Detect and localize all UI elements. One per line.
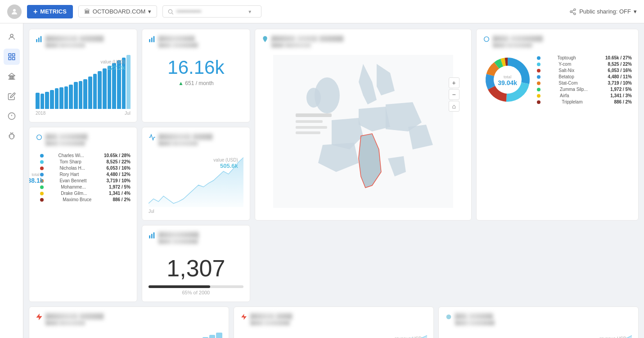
legend-dot <box>537 56 540 60</box>
area-chart-midleft: value (USD) 505.6k <box>149 153 243 207</box>
public-sharing-label: Public sharing: OFF <box>579 8 631 15</box>
svg-rect-12 <box>12 58 14 60</box>
metrics-label: METRICS <box>40 8 67 15</box>
revenue-mid-label: revenue USD <box>395 336 422 338</box>
search-input[interactable] <box>176 8 248 15</box>
chart-x-labels: 2018 Jul <box>36 111 131 116</box>
sidebar-item-bug[interactable] <box>4 128 20 144</box>
sidebar-item-info[interactable] <box>4 108 20 124</box>
donut-top-section: total 39.04k Toptough 10.65k / 27% Y-com… <box>483 55 632 106</box>
donut-top-total-value: 39.04k <box>498 79 517 86</box>
sidebar-item-user[interactable] <box>4 29 20 45</box>
svg-rect-19 <box>11 76 12 80</box>
legend-dot <box>537 63 540 66</box>
svg-rect-28 <box>38 38 40 42</box>
legend-value: 6,053 / 16% <box>105 166 131 171</box>
svg-point-5 <box>574 13 576 14</box>
card-top-mid: █████████ ████ ████████ 16.16k ▲ 651 / m… <box>142 29 250 122</box>
public-sharing-toggle[interactable]: Public sharing: OFF ▾ <box>569 8 637 15</box>
svg-rect-30 <box>149 39 150 42</box>
legend-item: Nicholas H... 6,053 / 16% <box>40 166 131 171</box>
bot-right-title: ███ ██████ <box>455 313 495 320</box>
legend-name: Zumma Silp... <box>560 87 591 92</box>
legend-name: Maximo Bruce <box>63 197 94 202</box>
topleft-big-value: 127.2k <box>100 64 125 71</box>
donut-bot-total-value: 38.1k <box>29 177 44 184</box>
svg-rect-10 <box>12 54 14 56</box>
svg-rect-38 <box>296 120 323 123</box>
svg-rect-44 <box>151 234 153 239</box>
svg-point-36 <box>306 88 321 108</box>
map-card-header: ██████ █████ ██████ ████ ████████ <box>261 36 465 51</box>
revenue-right-label: revenue USD <box>599 336 626 338</box>
legend-item: Rory Hart 4,480 / 12% <box>40 172 131 177</box>
bot-right-icon <box>445 313 452 320</box>
legend-item: Y-com 8,525 / 22% <box>537 62 632 67</box>
card-bot-mid: ██████ ████ ████ ████████ revenue USD 1,… <box>234 306 434 338</box>
mid-center-header: ██████████ ████ ████████ <box>149 232 243 248</box>
search-icon <box>167 9 174 15</box>
legend-name: Tripplelam <box>562 99 593 104</box>
legend-dot <box>537 94 540 98</box>
legend-value: 4,480 / 12% <box>105 172 131 177</box>
legend-name: Evan Bennett <box>59 178 91 183</box>
svg-rect-40 <box>296 131 320 134</box>
value-usd-label: value (USD) <box>100 59 125 64</box>
svg-rect-31 <box>151 38 153 42</box>
bot-left-subtitle: ████ ████████ <box>45 320 104 325</box>
svg-rect-32 <box>153 36 155 42</box>
chevron-down-icon: ▾ <box>148 8 151 15</box>
sidebar-item-edit[interactable] <box>4 88 20 104</box>
topnav: + METRICS 🏛 OCTOBOARD.COM ▾ ▾ Public sha… <box>0 0 644 23</box>
sidebar-item-bank[interactable] <box>4 68 20 85</box>
donut-bot-total-label: total <box>29 172 44 177</box>
donut-bot-section: total38.1k Charles Wi... 10.65k / 28% To… <box>36 153 131 203</box>
map-icon <box>261 36 269 43</box>
mid-center-icon <box>149 232 156 239</box>
donut-bot-legend: Charles Wi... 10.65k / 28% Tom Sharp 8,5… <box>40 153 131 203</box>
org-label: OCTOBOARD.COM <box>93 8 146 15</box>
search-wrap: ▾ <box>162 5 261 18</box>
legend-name: Rory Hart <box>59 172 91 177</box>
share-icon <box>569 8 576 15</box>
legend-item: Evan Bennett 3,719 / 10% <box>40 178 131 183</box>
legend-dot <box>537 100 540 104</box>
svg-rect-27 <box>36 39 37 42</box>
map-card: ██████ █████ ██████ ████ ████████ <box>255 29 472 221</box>
svg-rect-43 <box>149 235 150 239</box>
sidebar-item-grid[interactable] <box>4 49 20 65</box>
progress-label: 65% of 2000 <box>149 290 243 295</box>
donut-card-bot: ███ ███████ ████ ████████ total38.1k Cha… <box>29 127 137 302</box>
bot-mid-subtitle: ████ ████████ <box>250 320 293 325</box>
legend-value: 8,525 / 22% <box>607 62 632 67</box>
bot-left-chart-wrap: sessions 12.7k <box>36 333 222 338</box>
svg-line-15 <box>8 73 12 76</box>
home-button[interactable]: ⌂ <box>449 101 459 112</box>
sessions-bar-chart <box>36 333 222 338</box>
legend-name: Toptough <box>557 55 589 60</box>
legend-value: 886 / 2% <box>112 197 131 202</box>
year-label: 2018 <box>36 111 45 116</box>
svg-point-8 <box>10 34 13 37</box>
donut-bot-title: ███ ███████ <box>45 134 88 140</box>
bot-left-header: ████████ ██████ ████ ████████ <box>36 313 222 329</box>
svg-point-42 <box>37 135 42 140</box>
svg-rect-45 <box>153 232 155 238</box>
legend-item: Toptough 10.65k / 27% <box>537 55 632 60</box>
bot-row: ████████ ██████ ████ ████████ sessions 1… <box>29 306 639 338</box>
legend-name: Airfa <box>560 93 591 98</box>
mid-left-subtitle: ████ ████████ <box>158 141 213 146</box>
donut-bot-icon <box>36 134 43 141</box>
mid-left-usd-label: value (USD) <box>213 158 238 162</box>
svg-point-4 <box>570 11 572 13</box>
zoom-out-button[interactable]: − <box>449 89 459 100</box>
donut-top-header: ████ ████████ ████ ████████ <box>483 36 632 51</box>
legend-value: 3,719 / 10% <box>105 178 131 183</box>
metrics-button[interactable]: + METRICS <box>27 5 73 18</box>
card-bot-left: ████████ ██████ ████ ████████ sessions 1… <box>29 306 229 338</box>
zoom-in-button[interactable]: + <box>449 77 459 88</box>
legend-item: Drake Gilm... 1,341 / 4% <box>40 191 131 196</box>
org-dropdown[interactable]: 🏛 OCTOBOARD.COM ▾ <box>78 5 158 18</box>
legend-item: Stat-Com 3,719 / 10% <box>537 81 632 86</box>
legend-item: Mohamme... 1,972 / 5% <box>40 185 131 189</box>
